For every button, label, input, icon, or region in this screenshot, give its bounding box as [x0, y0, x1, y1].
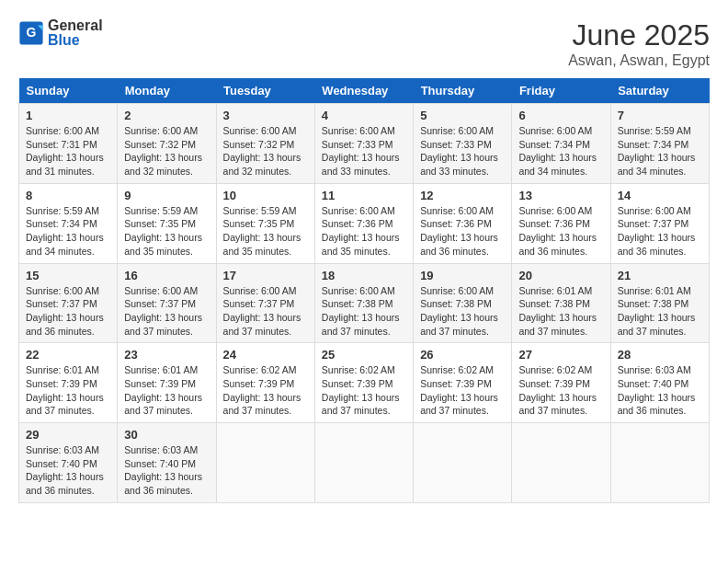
calendar-cell: 17Sunrise: 6:00 AM Sunset: 7:37 PM Dayli…	[216, 263, 314, 343]
day-info: Sunrise: 6:00 AM Sunset: 7:32 PM Dayligh…	[223, 124, 308, 178]
header-sunday: Sunday	[19, 78, 118, 104]
calendar-week-1: 1Sunrise: 6:00 AM Sunset: 7:31 PM Daylig…	[19, 104, 710, 184]
day-info: Sunrise: 6:01 AM Sunset: 7:38 PM Dayligh…	[518, 284, 603, 339]
day-info: Sunrise: 6:00 AM Sunset: 7:33 PM Dayligh…	[322, 124, 406, 178]
logo-general: General	[48, 17, 103, 33]
header-wednesday: Wednesday	[314, 78, 413, 104]
calendar-cell	[610, 423, 709, 503]
day-info: Sunrise: 6:02 AM Sunset: 7:39 PM Dayligh…	[223, 363, 308, 418]
day-info: Sunrise: 6:02 AM Sunset: 7:39 PM Dayligh…	[322, 363, 406, 418]
day-info: Sunrise: 6:00 AM Sunset: 7:36 PM Dayligh…	[322, 204, 406, 259]
calendar-cell	[216, 423, 314, 503]
day-number: 2	[124, 109, 209, 122]
svg-text:G: G	[27, 25, 37, 40]
day-number: 20	[518, 269, 603, 282]
day-number: 27	[518, 348, 603, 362]
logo: G General Blue	[18, 18, 103, 48]
day-number: 29	[26, 428, 110, 442]
day-number: 16	[124, 269, 209, 282]
calendar-cell: 22Sunrise: 6:01 AM Sunset: 7:39 PM Dayli…	[19, 343, 118, 423]
calendar-cell: 9Sunrise: 5:59 AM Sunset: 7:35 PM Daylig…	[118, 183, 216, 263]
day-info: Sunrise: 6:00 AM Sunset: 7:32 PM Dayligh…	[124, 124, 209, 178]
calendar-cell: 21Sunrise: 6:01 AM Sunset: 7:38 PM Dayli…	[610, 263, 709, 343]
calendar-table: Sunday Monday Tuesday Wednesday Thursday…	[18, 78, 710, 503]
day-number: 6	[518, 109, 603, 122]
day-info: Sunrise: 6:00 AM Sunset: 7:31 PM Dayligh…	[26, 124, 110, 178]
calendar-cell: 14Sunrise: 6:00 AM Sunset: 7:37 PM Dayli…	[610, 183, 709, 263]
calendar-cell: 25Sunrise: 6:02 AM Sunset: 7:39 PM Dayli…	[314, 343, 413, 423]
day-info: Sunrise: 6:00 AM Sunset: 7:37 PM Dayligh…	[223, 284, 308, 339]
day-info: Sunrise: 6:00 AM Sunset: 7:38 PM Dayligh…	[420, 284, 505, 339]
day-info: Sunrise: 6:02 AM Sunset: 7:39 PM Dayligh…	[518, 363, 603, 418]
calendar-cell: 11Sunrise: 6:00 AM Sunset: 7:36 PM Dayli…	[314, 183, 413, 263]
calendar-cell: 7Sunrise: 5:59 AM Sunset: 7:34 PM Daylig…	[610, 104, 709, 184]
calendar-title: June 2025	[568, 18, 710, 52]
calendar-cell: 1Sunrise: 6:00 AM Sunset: 7:31 PM Daylig…	[19, 104, 118, 184]
calendar-cell: 3Sunrise: 6:00 AM Sunset: 7:32 PM Daylig…	[216, 104, 314, 184]
day-info: Sunrise: 5:59 AM Sunset: 7:35 PM Dayligh…	[223, 204, 308, 259]
logo-icon: G	[18, 20, 44, 46]
calendar-cell: 5Sunrise: 6:00 AM Sunset: 7:33 PM Daylig…	[414, 104, 512, 184]
calendar-cell: 13Sunrise: 6:00 AM Sunset: 7:36 PM Dayli…	[512, 183, 610, 263]
day-number: 3	[223, 109, 308, 122]
day-info: Sunrise: 6:02 AM Sunset: 7:39 PM Dayligh…	[420, 363, 505, 418]
day-number: 15	[26, 269, 110, 282]
day-info: Sunrise: 5:59 AM Sunset: 7:35 PM Dayligh…	[124, 204, 209, 259]
day-number: 26	[420, 348, 505, 362]
calendar-cell: 20Sunrise: 6:01 AM Sunset: 7:38 PM Dayli…	[512, 263, 610, 343]
day-info: Sunrise: 5:59 AM Sunset: 7:34 PM Dayligh…	[618, 124, 702, 178]
calendar-week-3: 15Sunrise: 6:00 AM Sunset: 7:37 PM Dayli…	[19, 263, 710, 343]
calendar-cell	[414, 423, 512, 503]
day-number: 24	[223, 348, 308, 362]
calendar-body: 1Sunrise: 6:00 AM Sunset: 7:31 PM Daylig…	[19, 104, 710, 503]
calendar-cell: 27Sunrise: 6:02 AM Sunset: 7:39 PM Dayli…	[512, 343, 610, 423]
day-info: Sunrise: 6:03 AM Sunset: 7:40 PM Dayligh…	[618, 363, 702, 418]
header-row: Sunday Monday Tuesday Wednesday Thursday…	[19, 78, 710, 104]
calendar-cell: 23Sunrise: 6:01 AM Sunset: 7:39 PM Dayli…	[118, 343, 216, 423]
header-thursday: Thursday	[414, 78, 512, 104]
day-number: 7	[618, 109, 702, 122]
day-number: 4	[322, 109, 406, 122]
day-info: Sunrise: 6:03 AM Sunset: 7:40 PM Dayligh…	[124, 443, 209, 498]
calendar-cell: 2Sunrise: 6:00 AM Sunset: 7:32 PM Daylig…	[118, 104, 216, 184]
day-number: 8	[26, 189, 110, 202]
logo-blue: Blue	[48, 32, 80, 48]
calendar-cell: 4Sunrise: 6:00 AM Sunset: 7:33 PM Daylig…	[314, 104, 413, 184]
calendar-cell: 24Sunrise: 6:02 AM Sunset: 7:39 PM Dayli…	[216, 343, 314, 423]
day-info: Sunrise: 6:00 AM Sunset: 7:33 PM Dayligh…	[420, 124, 505, 178]
day-number: 18	[322, 269, 406, 282]
day-info: Sunrise: 6:00 AM Sunset: 7:36 PM Dayligh…	[420, 204, 505, 259]
page-header: G General Blue June 2025 Aswan, Aswan, E…	[18, 18, 710, 69]
day-number: 13	[518, 189, 603, 202]
header-saturday: Saturday	[610, 78, 709, 104]
calendar-cell: 6Sunrise: 6:00 AM Sunset: 7:34 PM Daylig…	[512, 104, 610, 184]
day-info: Sunrise: 6:01 AM Sunset: 7:38 PM Dayligh…	[618, 284, 702, 339]
day-info: Sunrise: 6:03 AM Sunset: 7:40 PM Dayligh…	[26, 443, 110, 498]
day-number: 19	[420, 269, 505, 282]
calendar-week-2: 8Sunrise: 5:59 AM Sunset: 7:34 PM Daylig…	[19, 183, 710, 263]
calendar-cell: 18Sunrise: 6:00 AM Sunset: 7:38 PM Dayli…	[314, 263, 413, 343]
calendar-cell: 19Sunrise: 6:00 AM Sunset: 7:38 PM Dayli…	[414, 263, 512, 343]
calendar-cell: 12Sunrise: 6:00 AM Sunset: 7:36 PM Dayli…	[414, 183, 512, 263]
calendar-cell	[512, 423, 610, 503]
header-friday: Friday	[512, 78, 610, 104]
calendar-cell: 29Sunrise: 6:03 AM Sunset: 7:40 PM Dayli…	[19, 423, 118, 503]
day-info: Sunrise: 6:00 AM Sunset: 7:36 PM Dayligh…	[518, 204, 603, 259]
day-number: 12	[420, 189, 505, 202]
header-tuesday: Tuesday	[216, 78, 314, 104]
day-number: 5	[420, 109, 505, 122]
day-info: Sunrise: 6:00 AM Sunset: 7:37 PM Dayligh…	[124, 284, 209, 339]
calendar-week-4: 22Sunrise: 6:01 AM Sunset: 7:39 PM Dayli…	[19, 343, 710, 423]
day-number: 11	[322, 189, 406, 202]
calendar-cell: 28Sunrise: 6:03 AM Sunset: 7:40 PM Dayli…	[610, 343, 709, 423]
calendar-week-5: 29Sunrise: 6:03 AM Sunset: 7:40 PM Dayli…	[19, 423, 710, 503]
day-number: 1	[26, 109, 110, 122]
day-number: 14	[618, 189, 702, 202]
day-number: 22	[26, 348, 110, 362]
day-number: 28	[618, 348, 702, 362]
calendar-cell: 16Sunrise: 6:00 AM Sunset: 7:37 PM Dayli…	[118, 263, 216, 343]
title-block: June 2025 Aswan, Aswan, Egypt	[568, 18, 710, 69]
header-monday: Monday	[118, 78, 216, 104]
day-info: Sunrise: 6:00 AM Sunset: 7:34 PM Dayligh…	[518, 124, 603, 178]
day-number: 23	[124, 348, 209, 362]
